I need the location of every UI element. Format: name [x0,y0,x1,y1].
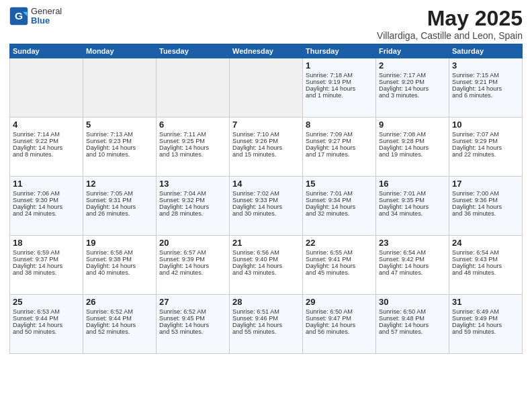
cell-info-line: Sunset: 9:38 PM [86,256,153,263]
cell-info-line: Daylight: 14 hours [159,144,226,151]
cell-info-line: and 48 minutes. [452,269,519,276]
cell-info-line: Sunset: 9:33 PM [232,197,300,203]
page: G General Blue May 2025 Villardiga, Cast… [0,0,532,361]
cell-info-line: and 45 minutes. [306,269,373,276]
calendar-cell: 18Sunrise: 6:59 AMSunset: 9:37 PMDayligh… [10,236,83,295]
cell-info-line: Daylight: 14 hours [306,322,373,328]
day-number: 16 [379,179,446,189]
cell-info-line: and 34 minutes. [379,210,446,217]
cell-info-line: Sunrise: 7:07 AM [452,131,519,138]
calendar-cell: 16Sunrise: 7:01 AMSunset: 9:35 PMDayligh… [376,177,449,236]
cell-info-line: Sunset: 9:44 PM [86,315,153,322]
cell-info-line: Sunset: 9:23 PM [86,138,153,144]
calendar-cell: 28Sunrise: 6:51 AMSunset: 9:46 PMDayligh… [230,295,303,354]
calendar-cell: 2Sunrise: 7:17 AMSunset: 9:20 PMDaylight… [376,58,449,118]
cell-info-line: Daylight: 14 hours [86,322,153,328]
cell-info-line: and 56 minutes. [306,328,373,335]
calendar-body: 1Sunrise: 7:18 AMSunset: 9:19 PMDaylight… [10,58,523,354]
cell-info-line: Sunrise: 7:08 AM [379,131,446,138]
cell-info-line: and 36 minutes. [452,210,519,217]
cell-info-line: Sunset: 9:40 PM [232,256,300,263]
cell-info-line: Sunrise: 7:15 AM [452,72,519,79]
cell-info-line: Daylight: 14 hours [86,203,153,210]
weekday-header-row: SundayMondayTuesdayWednesdayThursdayFrid… [10,44,523,58]
calendar-cell: 9Sunrise: 7:08 AMSunset: 9:28 PMDaylight… [376,118,449,177]
cell-info-line: Sunrise: 6:57 AM [159,249,226,256]
calendar-cell: 12Sunrise: 7:05 AMSunset: 9:31 PMDayligh… [83,177,157,236]
logo-blue-text: Blue [31,16,62,26]
weekday-header-thursday: Thursday [303,44,376,58]
calendar-cell: 31Sunrise: 6:49 AMSunset: 9:49 PMDayligh… [449,295,523,354]
day-number: 13 [159,179,226,189]
cell-info-line: and 47 minutes. [379,269,446,276]
cell-info-line: Sunset: 9:41 PM [306,256,373,263]
cell-info-line: and 43 minutes. [232,269,300,276]
day-number: 14 [232,179,300,189]
day-number: 29 [306,297,373,307]
cell-info-line: Daylight: 14 hours [452,85,519,92]
cell-info-line: Sunrise: 7:09 AM [306,131,373,138]
cell-info-line: Daylight: 14 hours [452,263,519,269]
cell-info-line: Sunrise: 7:11 AM [159,131,226,138]
cell-info-line: and 50 minutes. [13,328,80,335]
cell-info-line: Sunrise: 7:14 AM [13,131,80,138]
calendar-cell: 20Sunrise: 6:57 AMSunset: 9:39 PMDayligh… [157,236,230,295]
cell-info-line: Sunset: 9:44 PM [13,315,80,322]
cell-info-line: Daylight: 14 hours [379,85,446,92]
cell-info-line: Sunset: 9:22 PM [13,138,80,144]
cell-info-line: Sunrise: 6:56 AM [232,249,300,256]
cell-info-line: Daylight: 14 hours [306,144,373,151]
weekday-header-saturday: Saturday [449,44,523,58]
cell-info-line: Daylight: 14 hours [232,263,300,269]
day-number: 23 [379,238,446,248]
day-number: 15 [306,179,373,189]
calendar-cell: 5Sunrise: 7:13 AMSunset: 9:23 PMDaylight… [83,118,157,177]
calendar-cell: 13Sunrise: 7:04 AMSunset: 9:32 PMDayligh… [157,177,230,236]
cell-info-line: Daylight: 14 hours [379,203,446,210]
day-number: 10 [452,120,519,130]
calendar-cell: 3Sunrise: 7:15 AMSunset: 9:21 PMDaylight… [449,58,523,118]
cell-info-line: Sunset: 9:37 PM [13,256,80,263]
cell-info-line: and 38 minutes. [13,269,80,276]
calendar-cell: 23Sunrise: 6:54 AMSunset: 9:42 PMDayligh… [376,236,449,295]
cell-info-line: and 24 minutes. [13,210,80,217]
day-number: 1 [306,60,373,71]
cell-info-line: Sunset: 9:34 PM [306,197,373,203]
cell-info-line: and 26 minutes. [86,210,153,217]
cell-info-line: and 32 minutes. [306,210,373,217]
cell-info-line: Daylight: 14 hours [13,263,80,269]
day-number: 12 [86,179,153,189]
cell-info-line: Sunset: 9:21 PM [452,79,519,85]
day-number: 6 [159,120,226,130]
cell-info-line: Sunrise: 6:59 AM [13,249,80,256]
day-number: 24 [452,238,519,248]
cell-info-line: and 19 minutes. [379,151,446,158]
day-number: 26 [86,297,153,307]
cell-info-line: and 59 minutes. [452,328,519,335]
cell-info-line: Daylight: 14 hours [452,144,519,151]
calendar-cell: 29Sunrise: 6:50 AMSunset: 9:47 PMDayligh… [303,295,376,354]
cell-info-line: Daylight: 14 hours [452,322,519,328]
cell-info-line: Daylight: 14 hours [86,144,153,151]
weekday-header-monday: Monday [83,44,157,58]
calendar-cell [230,58,303,118]
logo-text: General Blue [31,7,62,26]
cell-info-line: Daylight: 14 hours [452,203,519,210]
day-number: 27 [159,297,226,307]
cell-info-line: Sunrise: 6:49 AM [452,308,519,315]
day-number: 9 [379,120,446,130]
cell-info-line: Daylight: 14 hours [232,322,300,328]
week-row-2: 4Sunrise: 7:14 AMSunset: 9:22 PMDaylight… [10,118,523,177]
calendar-cell: 22Sunrise: 6:55 AMSunset: 9:41 PMDayligh… [303,236,376,295]
calendar-cell: 4Sunrise: 7:14 AMSunset: 9:22 PMDaylight… [10,118,83,177]
cell-info-line: Sunset: 9:39 PM [159,256,226,263]
cell-info-line: and 40 minutes. [86,269,153,276]
day-number: 8 [306,120,373,130]
week-row-3: 11Sunrise: 7:06 AMSunset: 9:30 PMDayligh… [10,177,523,236]
cell-info-line: and 52 minutes. [86,328,153,335]
cell-info-line: and 6 minutes. [452,92,519,99]
cell-info-line: and 13 minutes. [159,151,226,158]
cell-info-line: Sunrise: 6:52 AM [86,308,153,315]
cell-info-line: and 22 minutes. [452,151,519,158]
location-subtitle: Villardiga, Castille and Leon, Spain [377,30,523,41]
